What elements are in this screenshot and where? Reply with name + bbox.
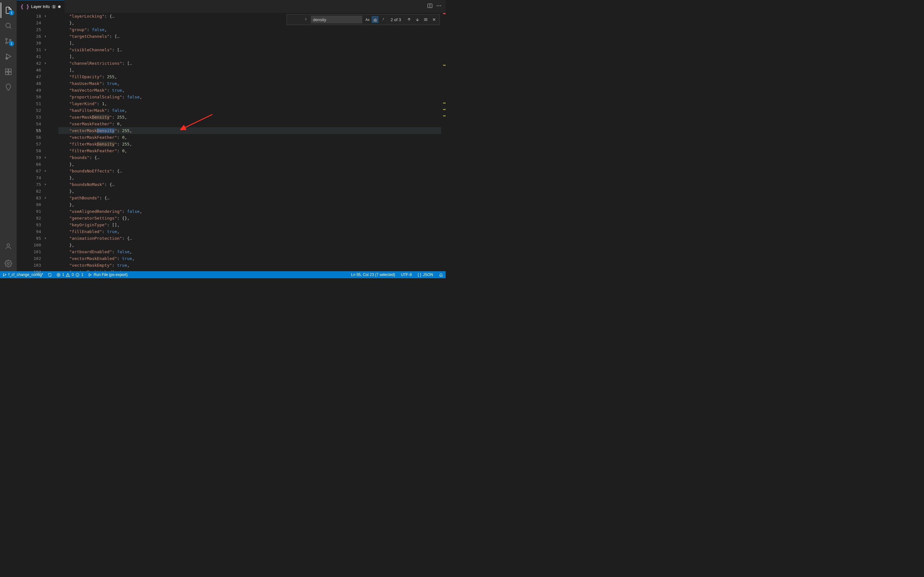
run-debug-icon[interactable] [1,49,16,64]
fold-chevron-icon[interactable]: › [43,154,47,161]
find-toggle-replace-icon[interactable] [289,13,309,30]
run-task-status[interactable]: Run File (ps-export) [88,272,128,277]
svg-point-10 [7,263,9,264]
code-editor[interactable]: "layerLocking": {…},"group": false,"targ… [58,13,446,271]
code-line[interactable]: "bounds": {… [58,154,446,161]
explorer-badge: 1 [9,10,14,15]
code-line[interactable]: "channelRestrictions": [… [58,60,446,67]
svg-rect-8 [9,69,11,71]
code-line[interactable]: ], [58,53,446,60]
code-line[interactable]: ], [58,40,446,47]
activity-bar: 1 1 [0,0,17,271]
find-next-icon[interactable] [414,16,421,23]
find-input[interactable] [311,16,362,23]
code-line[interactable]: "group": false, [58,26,446,33]
code-line[interactable]: "filterMaskFeather": 0, [58,147,446,154]
code-line[interactable]: "animationProtection": {… [58,235,446,242]
code-line[interactable]: "userMaskFeather": 0, [58,121,446,127]
code-line[interactable]: }, [58,161,446,168]
fold-chevron-icon[interactable]: › [43,60,47,67]
find-previous-icon[interactable] [405,16,413,23]
code-line[interactable]: "useAlignedRendering": false, [58,208,446,215]
code-line[interactable]: "proportionalScaling": false, [58,93,446,100]
line-number-gutter: 18›242526›3031›4142›46474849505152535455… [17,13,58,271]
match-whole-word-icon[interactable]: ab [372,16,378,23]
fold-chevron-icon[interactable]: › [43,168,47,174]
fold-chevron-icon[interactable]: › [43,235,47,242]
svg-point-2 [6,42,7,44]
tab-layer-info[interactable]: { } Layer Info 1 [17,0,65,13]
settings-gear-icon[interactable] [1,256,16,271]
code-line[interactable]: "visibleChannels": [… [58,47,446,53]
tab-title: Layer Info [31,4,50,9]
svg-point-1 [6,39,7,40]
svg-point-17 [3,276,4,276]
code-line[interactable]: "layerKind": 1, [58,100,446,107]
code-line[interactable]: "boundsNoEffects": {… [58,168,446,174]
code-line[interactable]: }, [58,201,446,208]
find-widget: Aa ab .* 2 of 3 [286,14,440,25]
dirty-indicator-icon [58,5,61,8]
code-line[interactable]: "hasFilterMask": false, [58,107,446,114]
code-line[interactable]: "pathBounds": {… [58,195,446,201]
code-line[interactable]: "fillOpacity": 255, [58,73,446,80]
more-actions-icon[interactable] [436,3,442,10]
svg-point-16 [3,274,4,274]
tab-bar: { } Layer Info 1 [17,0,446,13]
code-line[interactable]: "vectorMaskDensity": 255, [58,127,446,134]
code-line[interactable]: "artboardEnabled": false, [58,248,446,255]
svg-rect-5 [5,69,8,71]
cursor-position-status[interactable]: Ln 55, Col 23 (7 selected) [351,272,395,277]
fold-chevron-icon[interactable]: › [43,33,47,40]
fold-chevron-icon[interactable]: › [43,13,47,19]
status-bar: f_cf_change_config* 1 0 1 Run File (ps-e… [0,271,446,278]
fold-chevron-icon[interactable]: › [43,195,47,201]
language-mode-status[interactable]: { } JSON [418,272,433,277]
svg-point-18 [5,274,6,274]
svg-rect-7 [9,72,11,75]
explorer-icon[interactable]: 1 [1,3,16,18]
minimap-scrollbar[interactable] [441,13,446,271]
split-editor-icon[interactable] [427,3,433,10]
wander-icon[interactable] [1,79,16,95]
code-line[interactable]: "filterMaskDensity": 255, [58,141,446,147]
find-result-count: 2 of 3 [388,16,404,23]
code-line[interactable]: "hasVectorMask": true, [58,87,446,93]
extensions-icon[interactable] [1,64,16,79]
find-in-selection-icon[interactable] [422,16,429,23]
code-line[interactable]: "hasUserMask": true, [58,80,446,87]
code-line[interactable]: "userMaskDensity": 255, [58,114,446,121]
code-line[interactable]: "vectorMaskFeather": 0, [58,134,446,141]
svg-point-3 [10,39,11,41]
svg-point-14 [440,5,441,6]
json-file-icon: { } [21,4,29,10]
code-line[interactable]: }, [58,174,446,181]
match-case-icon[interactable]: Aa [364,16,371,23]
fold-chevron-icon[interactable]: › [43,47,47,53]
code-line[interactable]: "targetChannels": [… [58,33,446,40]
problems-status[interactable]: 1 0 1 [57,272,83,277]
code-line[interactable]: "keyOriginType": [], [58,221,446,228]
scm-badge: 1 [9,41,14,46]
code-line[interactable]: }, [58,242,446,248]
close-find-icon[interactable] [431,16,438,23]
encoding-status[interactable]: UTF-8 [401,272,412,277]
svg-point-0 [6,23,10,27]
code-line[interactable]: "vectorMaskLinked": true. [58,269,446,271]
code-line[interactable]: "fillEnabled": true, [58,228,446,235]
code-line[interactable]: "boundsNoMask": {… [58,181,446,188]
fold-chevron-icon[interactable]: › [43,181,47,188]
svg-point-9 [7,243,10,246]
code-line[interactable]: "generatorSettings": {}, [58,215,446,221]
use-regex-icon[interactable]: .* [380,16,386,23]
search-icon[interactable] [1,18,16,33]
svg-point-12 [437,5,438,6]
accounts-icon[interactable] [1,239,16,254]
notifications-bell-icon[interactable] [439,273,443,277]
code-line[interactable]: "vectorMaskEnabled": true, [58,255,446,262]
svg-rect-6 [5,72,8,75]
source-control-icon[interactable]: 1 [1,33,16,49]
code-line[interactable]: "vectorMaskEmpty": true, [58,262,446,269]
code-line[interactable]: ], [58,67,446,73]
code-line[interactable]: }, [58,188,446,195]
